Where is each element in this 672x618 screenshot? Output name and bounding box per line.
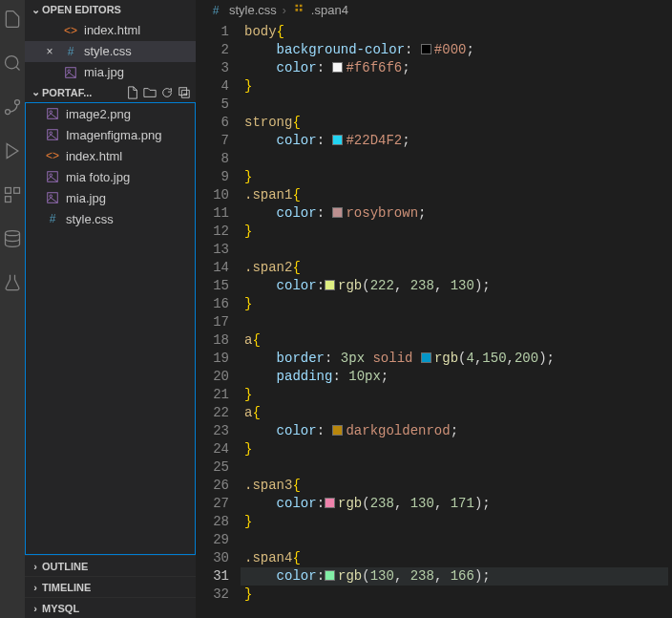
code-line: .span2{ xyxy=(244,259,672,277)
code-line xyxy=(244,96,672,114)
chevron-right-icon: › xyxy=(29,561,42,572)
svg-point-9 xyxy=(68,69,71,72)
line-number: 23 xyxy=(197,422,229,440)
file-name: style.css xyxy=(66,212,114,226)
line-number: 26 xyxy=(197,477,229,495)
html-file-icon: <> xyxy=(63,23,78,38)
open-editor-item[interactable]: <>index.html xyxy=(25,20,196,41)
code-line: a{ xyxy=(244,404,672,422)
svg-rect-5 xyxy=(14,188,20,194)
folder-actions xyxy=(125,85,192,100)
code-line: } xyxy=(244,440,672,458)
run-debug-icon[interactable] xyxy=(1,139,24,162)
svg-rect-4 xyxy=(6,188,11,194)
outline-header[interactable]: › OUTLINE xyxy=(25,555,196,576)
file-name: style.css xyxy=(84,44,132,58)
code-line: border: 3px solid rgb(4,150,200); xyxy=(244,350,672,368)
line-number: 29 xyxy=(197,531,229,549)
close-icon[interactable]: × xyxy=(42,45,57,58)
mysql-header[interactable]: › MYSQL xyxy=(25,597,196,618)
search-icon[interactable] xyxy=(1,52,24,75)
code-line: } xyxy=(244,168,672,186)
code-line: color:rgb(130, 238, 166); xyxy=(241,567,668,586)
breadcrumb-symbol: .span4 xyxy=(311,3,348,17)
timeline-header[interactable]: › TIMELINE xyxy=(25,576,196,597)
svg-point-0 xyxy=(6,56,18,69)
image-file-icon xyxy=(45,127,60,142)
folder-header[interactable]: ⌄ PORTAF... xyxy=(25,83,196,103)
code-line xyxy=(244,241,672,259)
new-folder-icon[interactable] xyxy=(142,85,158,100)
svg-point-14 xyxy=(50,132,52,135)
code-line: padding: 10px; xyxy=(244,368,672,386)
code-line: color: rosybrown; xyxy=(244,204,672,223)
line-number: 16 xyxy=(197,295,229,313)
refresh-icon[interactable] xyxy=(159,85,175,100)
css-file-icon: # xyxy=(208,3,223,18)
folder-name: PORTAF... xyxy=(42,87,125,98)
file-item[interactable]: image2.png xyxy=(26,103,195,124)
svg-rect-6 xyxy=(6,197,11,202)
code-line xyxy=(244,458,672,477)
file-item[interactable]: <>index.html xyxy=(26,145,195,166)
code-content[interactable]: body{ background-color: #000; color: #f6… xyxy=(244,21,672,618)
source-control-icon[interactable] xyxy=(1,96,24,118)
css-file-icon: # xyxy=(63,44,78,59)
code-line: } xyxy=(244,586,672,604)
code-line: .span1{ xyxy=(244,186,672,204)
line-number: 4 xyxy=(197,77,229,96)
line-number: 3 xyxy=(197,59,229,77)
line-number: 21 xyxy=(197,386,229,404)
breadcrumb[interactable]: # style.css › .span4 xyxy=(197,0,672,21)
code-line: strong{ xyxy=(244,114,672,132)
file-name: mia foto.jpg xyxy=(66,170,130,184)
file-name: mia.jpg xyxy=(84,65,124,79)
editor-area: # style.css › .span4 1234567891011121314… xyxy=(197,0,672,618)
database-icon[interactable] xyxy=(1,227,24,250)
svg-marker-3 xyxy=(7,144,18,159)
file-item[interactable]: #style.css xyxy=(26,208,195,229)
extensions-icon[interactable] xyxy=(1,183,24,206)
symbol-icon xyxy=(292,2,305,18)
timeline-label: TIMELINE xyxy=(42,582,91,593)
collapse-all-icon[interactable] xyxy=(177,85,192,100)
line-number: 18 xyxy=(197,331,229,350)
file-name: index.html xyxy=(66,149,122,163)
testing-icon[interactable] xyxy=(1,271,24,294)
line-number: 10 xyxy=(197,186,229,204)
new-file-icon[interactable] xyxy=(125,85,140,100)
line-number: 7 xyxy=(197,132,229,150)
code-line: body{ xyxy=(244,23,672,41)
line-number: 17 xyxy=(197,313,229,331)
line-number: 31 xyxy=(197,567,229,586)
code-line: } xyxy=(244,295,672,313)
chevron-right-icon: › xyxy=(283,4,286,17)
outline-label: OUTLINE xyxy=(42,561,88,572)
code-line: } xyxy=(244,386,672,404)
line-number: 25 xyxy=(197,458,229,477)
code-line: } xyxy=(244,223,672,241)
explorer-icon[interactable] xyxy=(1,8,24,31)
open-editor-item[interactable]: mia.jpg xyxy=(25,62,196,83)
file-name: image2.png xyxy=(66,107,131,121)
svg-point-2 xyxy=(6,110,10,115)
line-number: 22 xyxy=(197,404,229,422)
open-editors-header[interactable]: ⌄ OPEN EDITORS xyxy=(25,0,196,20)
line-number: 9 xyxy=(197,168,229,186)
svg-point-18 xyxy=(50,195,52,198)
file-item[interactable]: mia.jpg xyxy=(26,187,195,208)
svg-point-7 xyxy=(6,231,20,236)
code-editor[interactable]: 1234567891011121314151617181920212223242… xyxy=(197,21,672,618)
code-line: color: #22D4F2; xyxy=(244,132,672,150)
code-line: .span4{ xyxy=(244,549,672,567)
file-item[interactable]: Imagenfigma.png xyxy=(26,124,195,145)
line-number: 27 xyxy=(197,495,229,513)
code-line: a{ xyxy=(244,331,672,350)
open-editor-item[interactable]: ×#style.css xyxy=(25,41,196,62)
line-number: 28 xyxy=(197,513,229,531)
line-number: 8 xyxy=(197,150,229,168)
file-item[interactable]: mia foto.jpg xyxy=(26,166,195,187)
line-number: 30 xyxy=(197,549,229,567)
file-name: index.html xyxy=(84,23,140,37)
code-line: .span3{ xyxy=(244,477,672,495)
